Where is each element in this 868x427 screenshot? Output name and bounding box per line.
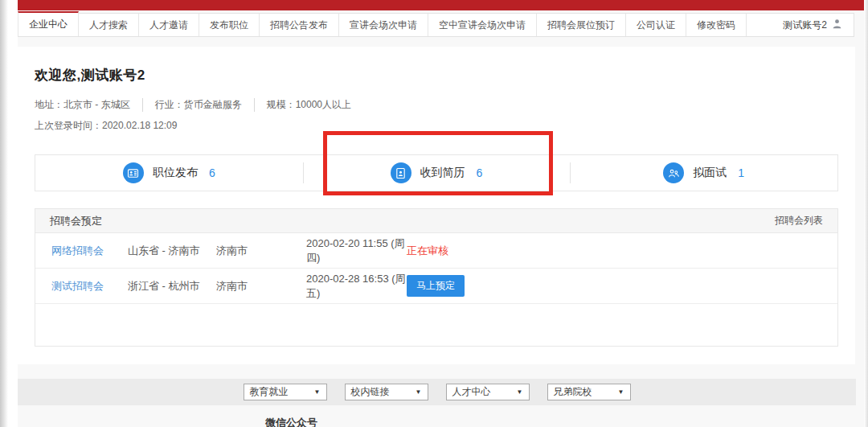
page-title: 欢迎您,测试账号2: [35, 66, 838, 84]
wechat-official-account-label: 微信公众号: [265, 416, 317, 427]
company-address: 地址：北京市 - 东城区: [35, 98, 142, 112]
dropdown-arrow-icon: ▼: [517, 388, 523, 396]
dropdown-talent-center[interactable]: 人才中心 ▼: [446, 384, 530, 400]
stat-label: 拟面试: [693, 166, 727, 180]
dropdown-label: 兄弟院校: [554, 385, 592, 399]
company-industry: 行业：货币金融服务: [142, 98, 254, 112]
stat-positions-published[interactable]: 职位发布 6: [35, 155, 303, 191]
table-row: 网络招聘会 山东省 - 济南市 济南市 2020-02-20 11:55 (周四…: [35, 233, 837, 269]
stat-resumes-received[interactable]: 收到简历 6: [303, 155, 571, 191]
footer-links-bar: 教育就业 ▼ 校内链接 ▼ 人才中心 ▼ 兄弟院校 ▼: [18, 379, 856, 405]
dropdown-arrow-icon: ▼: [416, 388, 422, 396]
main-nav: 企业中心 人才搜索 人才邀请 发布职位 招聘公告发布 宣讲会场次申请 空中宣讲会…: [18, 13, 854, 37]
stat-count[interactable]: 6: [209, 166, 215, 179]
left-edge-shadow: [0, 0, 8, 427]
nav-tab-talent-invite[interactable]: 人才邀请: [139, 14, 199, 36]
dropdown-education-employment[interactable]: 教育就业 ▼: [244, 384, 327, 400]
top-brand-bar: [18, 0, 864, 10]
dropdown-label: 人才中心: [452, 385, 491, 399]
id-card-icon: [123, 162, 144, 183]
account-menu[interactable]: 测试账号2: [783, 14, 854, 36]
fair-region: 浙江省 - 杭州市: [128, 279, 216, 294]
nav-tab-enterprise-center[interactable]: 企业中心: [18, 11, 79, 36]
user-icon: [832, 18, 842, 31]
main-content: 欢迎您,测试账号2 地址：北京市 - 东城区 行业：货币金融服务 规模：1000…: [18, 47, 855, 364]
right-edge-shadow: [864, 0, 868, 427]
table-row: 测试招聘会 浙江省 - 杭州市 济南市 2020-02-28 16:53 (周五…: [35, 269, 837, 304]
dropdown-arrow-icon: ▼: [314, 388, 321, 396]
dropdown-sister-schools[interactable]: 兄弟院校 ▼: [547, 384, 631, 400]
stat-count[interactable]: 1: [738, 166, 744, 179]
interview-icon: [663, 162, 684, 183]
stat-label: 职位发布: [153, 166, 198, 180]
last-login-time: 上次登录时间：2020.02.18 12:09: [35, 119, 838, 133]
stat-label: 收到简历: [420, 166, 465, 180]
book-now-button[interactable]: 马上预定: [407, 275, 465, 297]
fair-time: 2020-02-28 16:53 (周五): [306, 272, 407, 301]
resume-icon: [391, 162, 411, 183]
nav-tab-talent-search[interactable]: 人才搜索: [79, 14, 139, 36]
fair-name-link[interactable]: 测试招聘会: [51, 279, 128, 294]
nav-tab-post-job[interactable]: 发布职位: [199, 14, 260, 36]
nav-tab-change-password[interactable]: 修改密码: [686, 14, 747, 36]
nav-tab-booth-booking[interactable]: 招聘会展位预订: [537, 14, 626, 36]
job-fair-table: 招聘会预定 招聘会列表 网络招聘会 山东省 - 济南市 济南市 2020-02-…: [35, 208, 838, 347]
dropdown-arrow-icon: ▼: [618, 388, 624, 396]
nav-tab-online-session-apply[interactable]: 空中宣讲会场次申请: [428, 14, 537, 36]
nav-tab-info-session-apply[interactable]: 宣讲会场次申请: [339, 14, 428, 36]
table-title: 招聘会预定: [50, 214, 102, 228]
stat-count[interactable]: 6: [477, 166, 483, 179]
job-fair-list-link[interactable]: 招聘会列表: [775, 214, 823, 228]
fair-name-link[interactable]: 网络招聘会: [51, 244, 128, 258]
dropdown-label: 校内链接: [351, 385, 390, 399]
stats-strip: 职位发布 6 收到简历 6 拟: [35, 154, 838, 191]
fair-time: 2020-02-20 11:55 (周四): [306, 236, 407, 265]
fair-region: 山东省 - 济南市: [128, 244, 216, 258]
status-badge: 正在审核: [407, 244, 837, 258]
company-scale: 规模：10000人以上: [254, 98, 363, 112]
stat-planned-interviews[interactable]: 拟面试 1: [570, 155, 837, 191]
dropdown-label: 教育就业: [250, 385, 289, 399]
nav-tab-company-verify[interactable]: 公司认证: [626, 14, 686, 36]
fair-city: 济南市: [216, 279, 306, 294]
table-header: 招聘会预定 招聘会列表: [35, 209, 837, 233]
dropdown-campus-links[interactable]: 校内链接 ▼: [345, 384, 428, 400]
nav-tab-recruit-announcement[interactable]: 招聘公告发布: [260, 14, 339, 36]
account-name: 测试账号2: [783, 18, 827, 32]
company-info-line: 地址：北京市 - 东城区 行业：货币金融服务 规模：10000人以上: [35, 98, 838, 112]
fair-city: 济南市: [216, 244, 306, 258]
